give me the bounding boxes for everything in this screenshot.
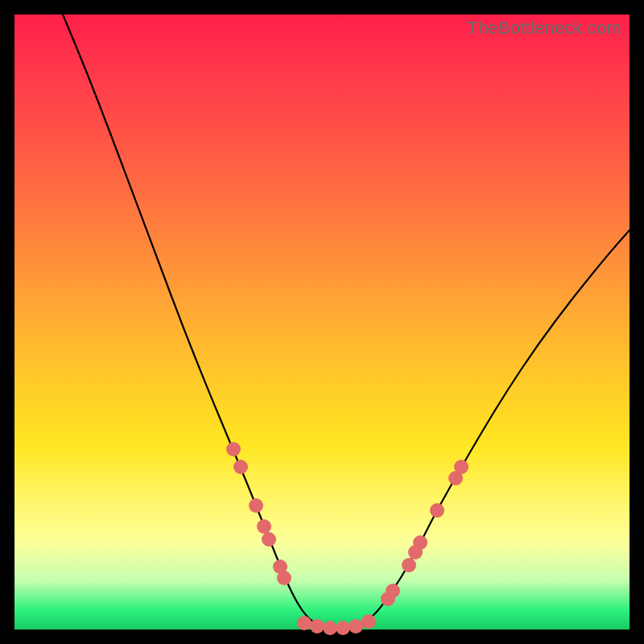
- chart-plot-area: TheBottleneck.com: [14, 14, 630, 630]
- data-point-dot: [233, 460, 248, 474]
- data-point-dot: [361, 614, 376, 629]
- data-point-dot: [249, 498, 263, 513]
- data-point-dot: [349, 619, 363, 634]
- bottleneck-curve: [63, 14, 630, 628]
- data-point-dot: [430, 503, 444, 518]
- data-point-dot: [386, 584, 400, 598]
- data-point-dot: [257, 519, 271, 534]
- data-point-dot: [402, 558, 416, 572]
- data-point-dot: [413, 535, 427, 550]
- data-point-dot: [262, 532, 276, 547]
- data-point-dot: [336, 621, 350, 635]
- chart-frame: TheBottleneck.com: [0, 0, 644, 644]
- data-point-dot: [226, 442, 241, 456]
- data-point-dot: [277, 571, 291, 585]
- data-point-dot: [323, 621, 337, 635]
- chart-svg: [14, 14, 630, 630]
- data-point-dot: [297, 616, 312, 630]
- data-point-dot: [310, 619, 324, 634]
- data-point-dot: [454, 460, 469, 474]
